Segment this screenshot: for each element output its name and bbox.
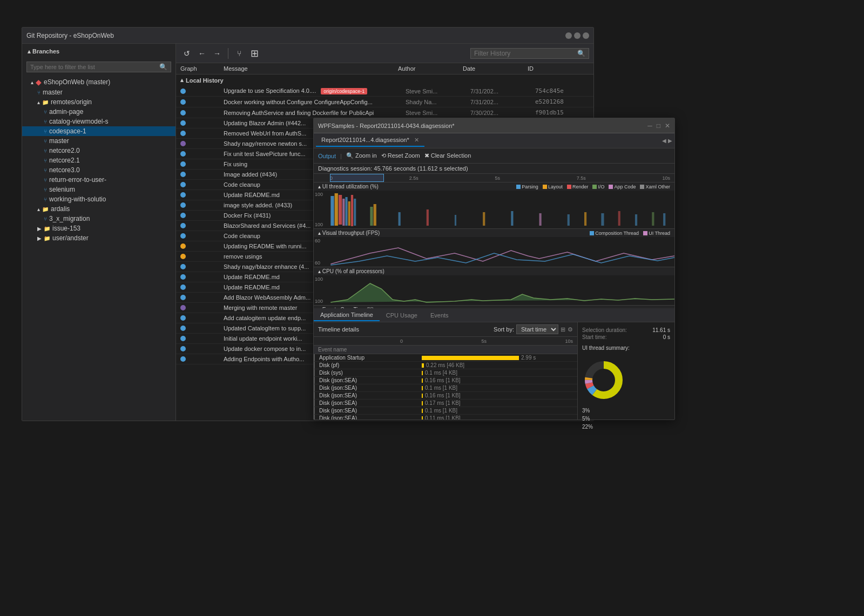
minimize-icon[interactable]: ─ bbox=[647, 122, 652, 130]
search-icon: 🔍 bbox=[159, 63, 167, 71]
commit-graph-cell bbox=[180, 151, 224, 157]
close-icon[interactable]: ✕ bbox=[665, 122, 670, 130]
event-value: 0.1 ms [4 KB] bbox=[425, 370, 457, 376]
timeline-row-disk-json-4[interactable]: Disk (json:SEA) 0.17 ms [1 KB] bbox=[314, 400, 577, 407]
y-label-bottom: 100 bbox=[315, 222, 323, 227]
timeline-row-disk-json-6[interactable]: Disk (json:SEA) 0.11 ms [1 KB] bbox=[314, 415, 577, 419]
event-value: 0.16 ms [1 KB] bbox=[425, 377, 461, 383]
maximize-button[interactable] bbox=[574, 32, 580, 39]
commit-id: f901db15 bbox=[535, 109, 589, 116]
ui-thread-summary-label: UI thread summary: bbox=[582, 345, 670, 351]
branch-label: eShopOnWeb (master) bbox=[44, 78, 110, 86]
branch-item-netcore21[interactable]: ⑂ netcore2.1 bbox=[22, 155, 176, 165]
timeline-row-disk-pf[interactable]: Disk (pf) 0.22 ms [46 KB] bbox=[314, 362, 577, 369]
expand-arrow-icon: ▶ bbox=[37, 235, 42, 241]
branch-item-3x-migration[interactable]: ⑂ 3_x_migration bbox=[22, 214, 176, 224]
svg-rect-17 bbox=[584, 212, 586, 226]
svg-rect-7 bbox=[354, 199, 356, 226]
tab-label: Report20211014...4.diagsession* bbox=[321, 137, 409, 143]
tab-close-icon[interactable]: ✕ bbox=[414, 137, 419, 143]
branch-item-admin-page[interactable]: ⑂ admin-page bbox=[22, 107, 176, 117]
branch-item-remotes-origin[interactable]: ▴ 📁 remotes/origin bbox=[22, 97, 176, 107]
tab-events[interactable]: Events bbox=[424, 310, 455, 321]
layout-icon[interactable]: ⊞ bbox=[561, 326, 565, 333]
col-date-header: Date bbox=[463, 65, 528, 72]
event-bar-area: 0.17 ms [1 KB] bbox=[422, 400, 573, 406]
commit-dot bbox=[180, 202, 186, 208]
branch-item-selenium[interactable]: ⑂ selenium bbox=[22, 185, 176, 194]
section-label-text: Local History bbox=[186, 77, 224, 84]
legend-render: Render bbox=[567, 184, 589, 189]
clear-selection-button[interactable]: ✖ Clear Selection bbox=[424, 152, 471, 159]
commit-graph-cell bbox=[180, 182, 224, 187]
tab-application-timeline[interactable]: Application Timeline bbox=[314, 309, 380, 321]
branch-label: ardalis bbox=[51, 205, 70, 213]
table-row[interactable]: Removing AuthService and fixing Dockerfi… bbox=[176, 107, 593, 118]
commit-dot bbox=[180, 264, 186, 269]
diagnostics-window: WPFSamples - Report20211014-0434.diagses… bbox=[313, 118, 675, 420]
table-row[interactable]: Upgrade to use Specification 4.0.... ori… bbox=[176, 86, 593, 97]
col-message-header: Message bbox=[224, 65, 398, 72]
y-label-top: 100 bbox=[315, 192, 323, 197]
ruler-mark-5s: 5s bbox=[495, 175, 500, 181]
branch-item-catalog-viewmodel[interactable]: ⑂ catalog-viewmodel-s bbox=[22, 117, 176, 126]
forward-button[interactable]: → bbox=[211, 47, 224, 60]
table-row[interactable]: Docker working without Configure Configu… bbox=[176, 97, 593, 107]
branch-item-master-origin[interactable]: ⑂ master bbox=[22, 136, 176, 146]
donut-legend-item-5: 5% bbox=[582, 415, 670, 422]
reset-zoom-button[interactable]: ⟲ Reset Zoom bbox=[381, 152, 420, 159]
timeline-row-disk-sys[interactable]: Disk (sys) 0.1 ms [4 KB] bbox=[314, 369, 577, 377]
event-value: 0.1 ms [1 KB] bbox=[425, 385, 457, 391]
branch-root-item[interactable]: ▴ ◆ eShopOnWeb (master) bbox=[22, 77, 176, 87]
timeline-row-disk-json-1[interactable]: Disk (json:SEA) 0.16 ms [1 KB] bbox=[314, 377, 577, 384]
output-button[interactable]: Output bbox=[318, 153, 336, 159]
folder-icon: 📁 bbox=[42, 206, 49, 212]
commit-dot bbox=[180, 295, 186, 300]
expand-arrow-icon: ▴ bbox=[37, 206, 40, 212]
branch-filter-input[interactable] bbox=[30, 64, 159, 70]
branch-label: codespace-1 bbox=[49, 127, 86, 135]
commit-dot bbox=[180, 131, 186, 136]
branch-icon: ⑂ bbox=[44, 138, 47, 144]
branch-item-issue-153[interactable]: ▶ 📁 issue-153 bbox=[22, 224, 176, 233]
maximize-icon[interactable]: □ bbox=[657, 122, 660, 130]
timeline-row-disk-json-3[interactable]: Disk (json:SEA) 0.16 ms [1 KB] bbox=[314, 392, 577, 400]
layout-button[interactable]: ⊞ bbox=[248, 47, 261, 60]
commit-author: Steve Smi... bbox=[406, 110, 470, 116]
commit-table-header: Graph Message Author Date ID bbox=[176, 63, 593, 75]
timeline-row-app-startup[interactable]: Application Startup 2.99 s bbox=[314, 354, 577, 362]
commit-graph-cell bbox=[180, 120, 224, 126]
back-button[interactable]: ← bbox=[195, 47, 208, 60]
commit-graph-cell bbox=[180, 356, 224, 362]
zoom-in-button[interactable]: 🔍 Zoom in bbox=[346, 152, 377, 159]
minimize-button[interactable] bbox=[565, 32, 572, 39]
ui-thread-chart-section: ▴ UI thread utilization (%) Parsing Layo… bbox=[314, 182, 674, 229]
branch-item-user-andster[interactable]: ▶ 📁 user/andster bbox=[22, 233, 176, 243]
commit-graph-cell bbox=[180, 315, 224, 321]
commit-dot bbox=[180, 120, 186, 126]
branch-item-netcore20[interactable]: ⑂ netcore2.0 bbox=[22, 146, 176, 155]
branch-item-ardalis[interactable]: ▴ 📁 ardalis bbox=[22, 204, 176, 214]
branch-label: return-error-to-user- bbox=[49, 176, 106, 184]
timeline-row-disk-json-5[interactable]: Disk (json:SEA) 0.1 ms [1 KB] bbox=[314, 407, 577, 415]
commit-message: Upgrade to use Specification 4.0.... ori… bbox=[224, 87, 406, 94]
filter-input-wrapper: 🔍 bbox=[26, 62, 171, 72]
timeline-row-disk-json-2[interactable]: Disk (json:SEA) 0.1 ms [1 KB] bbox=[314, 384, 577, 392]
branch-item-return-error[interactable]: ⑂ return-error-to-user- bbox=[22, 175, 176, 185]
commit-id: e5201268 bbox=[535, 98, 589, 105]
branch-item-master[interactable]: ⑂ master bbox=[22, 87, 176, 97]
branch-item-working-with[interactable]: ⑂ working-with-solutio bbox=[22, 194, 176, 204]
branch-item-netcore30[interactable]: ⑂ netcore3.0 bbox=[22, 165, 176, 175]
settings-icon[interactable]: ⚙ bbox=[568, 326, 573, 333]
diag-tab-report[interactable]: Report20211014...4.diagsession* ✕ bbox=[316, 134, 424, 147]
branch-button[interactable]: ⑂ bbox=[233, 47, 246, 60]
close-button[interactable] bbox=[583, 32, 589, 39]
tab-cpu-usage[interactable]: CPU Usage bbox=[380, 310, 424, 321]
commit-graph-cell bbox=[180, 254, 224, 259]
sort-select[interactable]: Start time Duration bbox=[516, 324, 558, 334]
sidebar: ▴ Branches 🔍 ▴ ◆ eShopOnWeb (master) ⑂ bbox=[22, 44, 176, 421]
refresh-button[interactable]: ↺ bbox=[180, 47, 193, 60]
filter-history-input[interactable] bbox=[474, 50, 577, 57]
branch-item-codespace-1[interactable]: ⑂ codespace-1 bbox=[22, 126, 176, 136]
legend-composition: Composition Thread bbox=[590, 231, 639, 236]
